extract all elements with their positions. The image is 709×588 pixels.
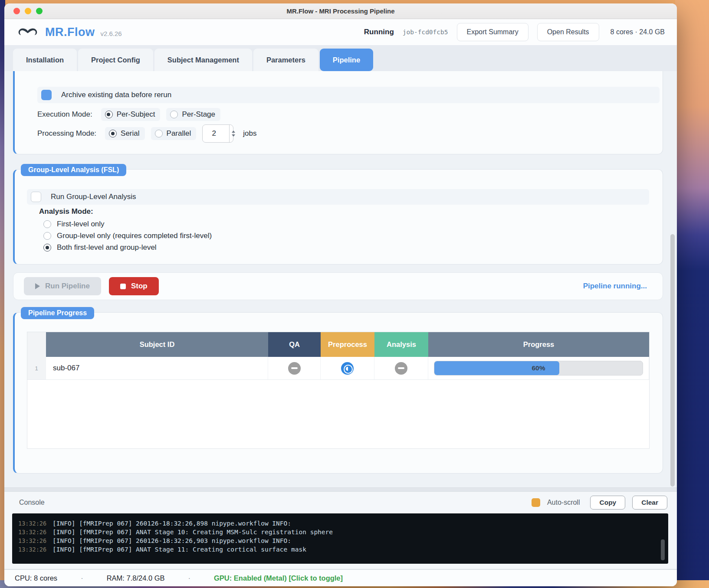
status-bar: CPU: 8 cores · RAM: 7.8/24.0 GB · GPU: E… [4, 569, 677, 586]
header-analysis: Analysis [374, 332, 428, 357]
progress-section-badge: Pipeline Progress [21, 307, 94, 319]
progress-percent-label: 60% [434, 361, 643, 375]
radio-serial[interactable]: Serial [105, 127, 144, 140]
pipeline-actions: Run Pipeline Stop Pipeline running... [13, 272, 663, 300]
execution-mode-row: Execution Mode: Per-Subject Per-Stage [37, 108, 220, 121]
archive-checkbox-row[interactable]: Archive existing data before rerun [37, 87, 660, 103]
log-line: 13:32:26 [INFO] [fMRIPrep 067] ANAT Stag… [18, 528, 668, 536]
tab-subject-management[interactable]: Subject Management [154, 49, 252, 71]
console-panel: Console Auto-scroll Copy Clear 13:32:26 … [4, 492, 677, 569]
log-line: 13:32:26 [INFO] [fMRIPrep 067] ANAT Stag… [18, 545, 668, 554]
analysis-mode-label: Analysis Mode: [39, 207, 93, 216]
radio-per-stage[interactable]: Per-Stage [166, 108, 220, 121]
radio-per-subject-control[interactable] [105, 111, 113, 118]
console-log[interactable]: 13:32:26 [INFO] [fMRIPrep 067] 260126-18… [12, 513, 668, 564]
jobs-stepper[interactable] [229, 124, 237, 143]
radio-parallel-control[interactable] [155, 130, 163, 137]
tab-parameters[interactable]: Parameters [253, 49, 318, 71]
app-window: MR.Flow - MRI Processing Pipeline MR.Flo… [4, 3, 677, 586]
log-line: 13:32:26 [INFO] [fMRIPrep 067] 260126-18… [18, 519, 668, 528]
archive-checkbox[interactable] [41, 90, 52, 100]
analysis-status-cell [374, 357, 428, 379]
separator-dot: · [81, 574, 83, 582]
row-number: 1 [27, 357, 46, 379]
tab-installation[interactable]: Installation [13, 49, 77, 71]
radio-per-subject[interactable]: Per-Subject [101, 108, 161, 121]
pipeline-tab-content: Archive existing data before rerun Execu… [4, 71, 677, 487]
run-group-checkbox-label: Run Group-Level Analysis [51, 193, 136, 201]
preprocess-status-cell [321, 357, 374, 379]
tab-bar: Installation Project Config Subject Mana… [4, 45, 677, 71]
app-header: MR.Flow v2.6.26 Running job-fcd0fcb5 Exp… [4, 19, 677, 45]
progress-cell: 60% [428, 357, 649, 379]
console-splitter[interactable] [4, 487, 677, 492]
console-title: Console [19, 499, 45, 506]
stop-icon [120, 284, 126, 289]
radio-first-level-only[interactable]: First-level only [43, 219, 105, 229]
play-icon [35, 283, 40, 289]
run-group-checkbox-row[interactable]: Run Group-Level Analysis [27, 189, 649, 205]
app-version: v2.6.26 [100, 30, 121, 37]
separator-dot: · [188, 574, 191, 582]
preprocess-running-icon [341, 362, 354, 375]
header-progress: Progress [428, 332, 649, 357]
run-pipeline-button[interactable]: Run Pipeline [24, 277, 101, 295]
header-subject-id: Subject ID [46, 332, 268, 357]
titlebar: MR.Flow - MRI Processing Pipeline [4, 3, 677, 19]
log-line: 13:32:26 [INFO] [fMRIPrep 067] 260126-18… [18, 536, 668, 545]
radio-group-level-only[interactable]: Group-level only (requires completed fir… [43, 231, 212, 241]
main-scrollbar-thumb[interactable] [670, 234, 675, 487]
header-row-number [27, 332, 46, 357]
processing-mode-row: Processing Mode: Serial Parallel jobs [37, 124, 256, 143]
run-state-label: Running [364, 28, 394, 36]
radio-group-level-only-control[interactable] [43, 232, 51, 240]
execution-mode-label: Execution Mode: [37, 110, 92, 119]
window-title: MR.Flow - MRI Processing Pipeline [4, 7, 677, 15]
clear-button[interactable]: Clear [632, 496, 667, 510]
progress-bar: 60% [434, 361, 643, 376]
run-group-checkbox[interactable] [31, 192, 41, 202]
mustache-logo-icon [16, 27, 39, 37]
tab-project-config[interactable]: Project Config [78, 49, 153, 71]
gpu-toggle[interactable]: GPU: Enabled (Metal) [Click to toggle] [214, 574, 343, 582]
jobs-suffix-label: jobs [243, 129, 256, 138]
tab-pipeline[interactable]: Pipeline [320, 49, 373, 71]
table-row[interactable]: 1 sub-067 60% [27, 357, 649, 380]
cpu-status: CPU: 8 cores [15, 574, 57, 582]
console-scrollbar-thumb[interactable] [661, 539, 665, 560]
open-results-button[interactable]: Open Results [537, 23, 599, 41]
resources-label: 8 cores · 24.0 GB [611, 28, 665, 36]
stop-button[interactable]: Stop [109, 277, 159, 295]
autoscroll-checkbox[interactable] [532, 498, 540, 507]
radio-per-stage-control[interactable] [170, 111, 178, 118]
app-name: MR.Flow [45, 26, 95, 39]
radio-both-levels[interactable]: Both first-level and group-level [43, 243, 157, 252]
radio-first-level-only-control[interactable] [43, 220, 51, 228]
pipeline-running-status: Pipeline running... [583, 282, 647, 291]
radio-both-levels-control[interactable] [43, 244, 51, 252]
ram-status: RAM: 7.8/24.0 GB [107, 574, 165, 582]
qa-status-cell [268, 357, 321, 379]
job-id: job-fcd0fcb5 [403, 29, 448, 36]
radio-serial-control[interactable] [109, 130, 117, 137]
qa-pending-icon [288, 362, 301, 375]
processing-mode-label: Processing Mode: [37, 129, 96, 138]
desktop-wallpaper-right [675, 0, 709, 588]
copy-button[interactable]: Copy [590, 496, 625, 510]
header-qa: QA [268, 332, 321, 357]
radio-parallel[interactable]: Parallel [151, 127, 197, 140]
archive-checkbox-label: Archive existing data before rerun [61, 91, 171, 99]
autoscroll-label: Auto-scroll [547, 499, 580, 506]
group-section-badge: Group-Level Analysis (FSL) [21, 164, 126, 176]
subject-id-cell: sub-067 [46, 357, 268, 379]
execution-section: Archive existing data before rerun Execu… [13, 71, 663, 154]
analysis-pending-icon [395, 362, 407, 375]
progress-table-header: Subject ID QA Preprocess Analysis Progre… [27, 332, 649, 357]
console-header: Console Auto-scroll Copy Clear [4, 492, 677, 513]
progress-table: Subject ID QA Preprocess Analysis Progre… [27, 332, 650, 449]
export-summary-button[interactable]: Export Summary [457, 23, 528, 41]
header-preprocess: Preprocess [321, 332, 374, 357]
